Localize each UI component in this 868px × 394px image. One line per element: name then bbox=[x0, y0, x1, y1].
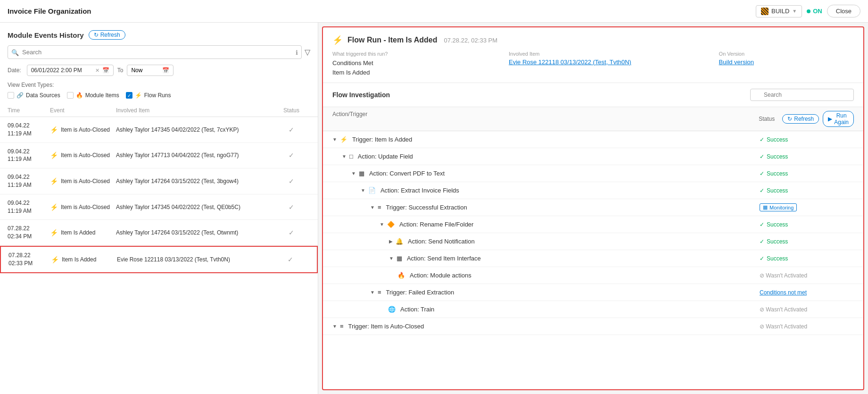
info-icon[interactable]: ℹ bbox=[296, 49, 298, 56]
flow-row[interactable]: ▼ 🔶 Action: Rename File/Folder ✓Success bbox=[323, 216, 863, 233]
flow-row[interactable]: ▶ 🔔 Action: Send Notification ✓Success bbox=[323, 233, 863, 250]
table-row[interactable]: 09.04.2211:19 AM ⚡ Item is Auto-Closed A… bbox=[0, 143, 318, 169]
event-bolt-icon: ⚡ bbox=[51, 256, 59, 263]
date-to-input[interactable] bbox=[131, 67, 159, 74]
status-conditions[interactable]: Conditions not met bbox=[760, 289, 807, 296]
table-row[interactable]: 09.04.2211:19 AM ⚡ Item is Auto-Closed A… bbox=[0, 117, 318, 143]
event-type-data-sources[interactable]: 🔗 Data Sources bbox=[8, 92, 60, 99]
build-stripe-icon bbox=[761, 8, 769, 15]
data-sources-checkbox[interactable] bbox=[8, 92, 14, 99]
flow-refresh-button[interactable]: ↻ Refresh bbox=[782, 114, 819, 124]
flow-search-input[interactable] bbox=[750, 89, 854, 101]
chevron-icon[interactable]: ▼ bbox=[361, 188, 365, 193]
status-cell: ✓ bbox=[273, 229, 310, 236]
on-badge: ON bbox=[807, 8, 822, 15]
flow-row[interactable]: ▼ ≡ Trigger: Successful Extraction ▦Moni… bbox=[323, 199, 863, 216]
flow-search-wrap: 🔍 bbox=[750, 89, 854, 101]
flow-row[interactable]: ▼ □ Action: Update Field ✓Success bbox=[323, 148, 863, 165]
event-bolt-icon: ⚡ bbox=[50, 151, 58, 159]
action-label: Action: Rename File/Folder bbox=[399, 221, 474, 228]
chevron-icon[interactable]: ▼ bbox=[332, 324, 337, 329]
monitor-icon: ▦ bbox=[763, 204, 768, 210]
table-row[interactable]: 07.28.2202:33 PM ⚡ Item Is Added Evie Ro… bbox=[0, 246, 318, 273]
flow-runs-label: Flow Runs bbox=[144, 92, 171, 99]
involved-item-label: Involved Item bbox=[509, 51, 711, 57]
events-table-body: 09.04.2211:19 AM ⚡ Item is Auto-Closed A… bbox=[0, 117, 318, 273]
events-table: Time Event Involved Item Status 09.04.22… bbox=[0, 104, 318, 394]
col-time: Time bbox=[8, 107, 50, 114]
event-cell: ⚡ Item Is Added bbox=[51, 256, 117, 263]
flow-row-label: ▼ ⚡ Trigger: Item Is Added bbox=[332, 136, 760, 143]
action-icon: ≡ bbox=[378, 289, 381, 296]
status-cell: ✓ bbox=[273, 151, 310, 159]
filter-button[interactable]: ▽ bbox=[305, 48, 310, 57]
flow-row[interactable]: ▼ 📄 Action: Extract Invoice Fields ✓Succ… bbox=[323, 182, 863, 199]
event-type-flow-runs[interactable]: ⚡ Flow Runs bbox=[126, 92, 171, 99]
chevron-icon[interactable]: ▼ bbox=[332, 137, 337, 142]
table-header: Time Event Involved Item Status bbox=[0, 104, 318, 117]
flow-row[interactable]: 🔥 Action: Module actions ⊘ Wasn't Activa… bbox=[323, 267, 863, 284]
flow-status: ✓Success bbox=[760, 170, 854, 177]
flow-status: ✓Success bbox=[760, 238, 854, 245]
flow-status: Conditions not met bbox=[760, 289, 854, 296]
module-items-checkbox[interactable] bbox=[67, 92, 74, 99]
status-success: Success bbox=[767, 153, 788, 160]
flow-row[interactable]: ▼ ≡ Trigger: Item is Auto-Closed ⊘ Wasn'… bbox=[323, 318, 863, 335]
build-label: BUILD bbox=[771, 8, 789, 15]
col-action-trigger: Action/Trigger bbox=[332, 111, 760, 127]
event-type-module-items[interactable]: 🔥 Module Items bbox=[67, 92, 119, 99]
action-label: Action: Train bbox=[400, 306, 434, 313]
flow-row-label: ▼ 🔶 Action: Rename File/Folder bbox=[332, 221, 760, 228]
chevron-icon[interactable]: ▼ bbox=[380, 222, 384, 227]
action-label: Action: Module actions bbox=[410, 272, 471, 279]
time-cell: 09.04.2211:19 AM bbox=[8, 173, 50, 189]
flow-table-header: Action/Trigger Status ↻ Refresh ▶ Run Ag… bbox=[323, 107, 863, 131]
chevron-icon[interactable]: ▶ bbox=[389, 239, 393, 244]
event-cell: ⚡ Item Is Added bbox=[50, 229, 116, 236]
table-row[interactable]: 09.04.2211:19 AM ⚡ Item is Auto-Closed A… bbox=[0, 194, 318, 220]
date-clear-icon[interactable]: ✕ bbox=[95, 67, 99, 74]
date-from-input[interactable] bbox=[31, 67, 92, 74]
flow-status: ✓Success bbox=[760, 136, 854, 143]
event-label: Item is Auto-Closed bbox=[61, 178, 110, 184]
chevron-icon[interactable]: ▼ bbox=[370, 205, 375, 210]
event-bolt-icon: ⚡ bbox=[50, 177, 58, 185]
action-label: Action: Convert PDF to Text bbox=[369, 170, 445, 177]
on-version-col: On Version Build version bbox=[719, 51, 854, 77]
run-again-button[interactable]: ▶ Run Again bbox=[823, 111, 854, 127]
refresh-button[interactable]: ↻ Refresh bbox=[89, 30, 125, 40]
on-label: ON bbox=[813, 8, 822, 15]
status-wasnt: ⊘ Wasn't Activated bbox=[760, 306, 807, 313]
chevron-icon[interactable]: ▼ bbox=[351, 171, 356, 176]
header-actions: BUILD ▼ ON Close bbox=[756, 5, 860, 17]
chevron-icon[interactable]: ▼ bbox=[389, 256, 394, 261]
check-icon: ✓ bbox=[289, 229, 294, 236]
flow-row[interactable]: ▼ ⚡ Trigger: Item Is Added ✓Success bbox=[323, 131, 863, 148]
chevron-icon[interactable]: ▼ bbox=[342, 154, 347, 159]
involved-item-link[interactable]: Evie Rose 122118 03/13/2022 (Test, Tvth0… bbox=[509, 59, 711, 66]
flow-row[interactable]: ▼ ▦ Action: Convert PDF to Text ✓Success bbox=[323, 165, 863, 182]
view-event-types-label: View Event Types: bbox=[8, 82, 310, 88]
module-events-title: Module Events History bbox=[8, 31, 84, 39]
involved-cell: Ashley Taylor 147264 03/15/2022 (Test, 3… bbox=[116, 178, 273, 184]
calendar-icon[interactable]: 📅 bbox=[102, 67, 109, 74]
flow-runs-checkbox[interactable] bbox=[126, 92, 132, 99]
flow-row[interactable]: ▼ ▦ Action: Send Item Interface ✓Success bbox=[323, 250, 863, 267]
action-label: Action: Send Item Interface bbox=[407, 255, 481, 262]
flow-row-label: 🔥 Action: Module actions bbox=[332, 272, 760, 279]
table-row[interactable]: 09.04.2211:19 AM ⚡ Item is Auto-Closed A… bbox=[0, 168, 318, 194]
flow-refresh-label: Refresh bbox=[794, 116, 814, 122]
action-icon: 🌐 bbox=[388, 306, 396, 313]
event-label: Item Is Added bbox=[61, 229, 95, 236]
table-row[interactable]: 07.28.2202:34 PM ⚡ Item Is Added Ashley … bbox=[0, 220, 318, 246]
on-version-link[interactable]: Build version bbox=[719, 59, 854, 66]
action-icon: 🔥 bbox=[397, 272, 405, 279]
calendar-to-icon[interactable]: 📅 bbox=[162, 67, 169, 74]
build-badge[interactable]: BUILD ▼ bbox=[756, 5, 802, 17]
close-button[interactable]: Close bbox=[827, 5, 860, 17]
chevron-icon[interactable]: ▼ bbox=[370, 290, 375, 295]
action-icon: □ bbox=[349, 153, 353, 160]
flow-row[interactable]: ▼ ≡ Trigger: Failed Extraction Condition… bbox=[323, 284, 863, 301]
flow-row[interactable]: 🌐 Action: Train ⊘ Wasn't Activated bbox=[323, 301, 863, 318]
search-input[interactable] bbox=[8, 45, 302, 59]
